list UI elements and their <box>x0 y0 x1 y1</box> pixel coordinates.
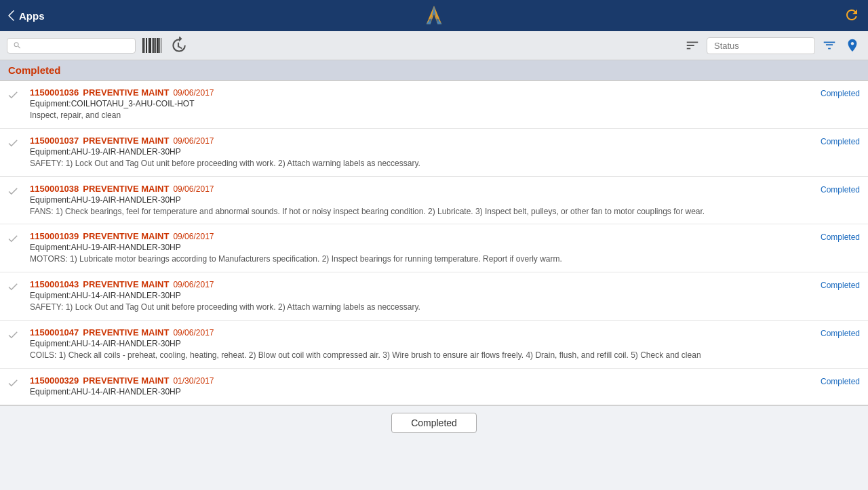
svg-rect-9 <box>152 38 153 53</box>
wo-description: FANS: 1) Check bearings, feel for temper… <box>30 206 814 218</box>
svg-marker-3 <box>429 19 440 22</box>
location-button[interactable] <box>844 37 861 54</box>
wo-title-line: 1150001036 PREVENTIVE MAINT 09/06/2017 <box>30 87 814 98</box>
work-order-item[interactable]: 1150001039 PREVENTIVE MAINT 09/06/2017 E… <box>0 224 868 272</box>
svg-rect-7 <box>148 38 149 53</box>
completed-button-label: Completed <box>411 417 457 428</box>
check-col <box>7 89 23 103</box>
app-logo <box>420 5 448 27</box>
wo-equipment: Equipment:AHU-19-AIR-HANDLER-30HP <box>30 195 814 205</box>
wo-content: 1150000329 PREVENTIVE MAINT 01/30/2017 E… <box>30 375 814 398</box>
wo-title-line: 1150000329 PREVENTIVE MAINT 01/30/2017 <box>30 375 814 386</box>
svg-rect-4 <box>142 38 144 53</box>
work-order-item[interactable]: 1150000329 PREVENTIVE MAINT 01/30/2017 E… <box>0 369 868 405</box>
app-header: Apps <box>0 0 868 31</box>
search-input[interactable] <box>22 41 130 51</box>
check-icon <box>7 89 19 101</box>
wo-status: Completed <box>821 232 860 242</box>
search-box[interactable] <box>7 38 136 54</box>
history-icon <box>170 37 187 54</box>
sort-icon <box>685 38 700 53</box>
refresh-button[interactable] <box>844 7 860 25</box>
check-col <box>7 137 23 151</box>
wo-date: 01/30/2017 <box>173 376 214 386</box>
toolbar: Status <box>0 31 868 60</box>
check-icon <box>7 232 19 245</box>
sort-button[interactable] <box>684 37 701 54</box>
wo-content: 1150001047 PREVENTIVE MAINT 09/06/2017 E… <box>30 327 814 361</box>
wo-status: Completed <box>821 329 860 338</box>
work-order-item[interactable]: 1150001036 PREVENTIVE MAINT 09/06/2017 E… <box>0 81 868 129</box>
svg-rect-13 <box>159 38 160 53</box>
wo-content: 1150001043 PREVENTIVE MAINT 09/06/2017 E… <box>30 279 814 313</box>
location-icon <box>845 38 860 53</box>
section-title: Completed <box>8 64 61 76</box>
wo-title-line: 1150001047 PREVENTIVE MAINT 09/06/2017 <box>30 327 814 338</box>
wo-type: PREVENTIVE MAINT <box>83 87 169 98</box>
wo-equipment: Equipment:AHU-14-AIR-HANDLER-30HP <box>30 387 814 396</box>
wo-type: PREVENTIVE MAINT <box>83 184 169 194</box>
wo-content: 1150001039 PREVENTIVE MAINT 09/06/2017 E… <box>30 231 814 265</box>
wo-status: Completed <box>821 377 860 386</box>
toolbar-right: Status <box>684 37 861 54</box>
wo-date: 09/06/2017 <box>173 232 214 241</box>
back-button[interactable]: Apps <box>8 10 45 22</box>
wo-equipment: Equipment:COILHOTAHU_3-AHU-COIL-HOT <box>30 99 814 108</box>
wo-number: 1150001038 <box>30 184 79 194</box>
refresh-icon <box>844 7 860 23</box>
wo-title-line: 1150001043 PREVENTIVE MAINT 09/06/2017 <box>30 279 814 289</box>
wo-equipment: Equipment:AHU-14-AIR-HANDLER-30HP <box>30 291 814 300</box>
wo-content: 1150001036 PREVENTIVE MAINT 09/06/2017 E… <box>30 87 814 121</box>
wo-description: COILS: 1) Check all coils - preheat, coo… <box>30 350 814 361</box>
check-col <box>7 329 23 343</box>
check-col <box>7 281 23 295</box>
svg-rect-8 <box>149 38 151 53</box>
work-order-item[interactable]: 1150001047 PREVENTIVE MAINT 09/06/2017 E… <box>0 321 868 369</box>
check-icon <box>7 137 19 149</box>
wo-type: PREVENTIVE MAINT <box>83 279 169 289</box>
wo-description: MOTORS: 1) Lubricate motor bearings acco… <box>30 253 814 265</box>
barcode-button[interactable] <box>141 37 163 54</box>
svg-rect-10 <box>153 38 155 53</box>
bottom-bar: Completed <box>0 405 868 440</box>
logo-icon <box>420 5 448 25</box>
check-icon <box>7 185 19 197</box>
wo-number: 1150001047 <box>30 327 79 338</box>
back-arrow-icon <box>8 10 15 21</box>
status-filter[interactable]: Status <box>707 37 815 54</box>
check-icon <box>7 329 19 341</box>
filter-icon <box>822 38 837 53</box>
wo-type: PREVENTIVE MAINT <box>83 327 169 338</box>
svg-rect-14 <box>161 38 161 53</box>
search-icon <box>13 41 22 50</box>
wo-status: Completed <box>821 281 860 290</box>
apps-label: Apps <box>19 10 45 22</box>
status-placeholder: Status <box>714 41 739 51</box>
svg-rect-12 <box>157 38 159 53</box>
wo-description: Inspect, repair, and clean <box>30 110 814 121</box>
completed-button[interactable]: Completed <box>391 413 477 433</box>
wo-date: 09/06/2017 <box>173 328 214 338</box>
section-header: Completed <box>0 60 868 81</box>
barcode-icon <box>142 38 161 53</box>
check-icon <box>7 377 19 389</box>
wo-type: PREVENTIVE MAINT <box>83 231 169 241</box>
wo-number: 1150001043 <box>30 279 79 289</box>
wo-date: 09/06/2017 <box>173 136 214 146</box>
filter-button[interactable] <box>821 37 838 54</box>
wo-type: PREVENTIVE MAINT <box>83 136 169 146</box>
work-order-item[interactable]: 1150001037 PREVENTIVE MAINT 09/06/2017 E… <box>0 129 868 177</box>
wo-content: 1150001038 PREVENTIVE MAINT 09/06/2017 E… <box>30 184 814 218</box>
wo-status: Completed <box>821 137 860 146</box>
svg-rect-11 <box>155 38 156 53</box>
check-col <box>7 377 23 391</box>
wo-equipment: Equipment:AHU-19-AIR-HANDLER-30HP <box>30 243 814 252</box>
work-order-item[interactable]: 1150001043 PREVENTIVE MAINT 09/06/2017 E… <box>0 272 868 321</box>
wo-status: Completed <box>821 89 860 98</box>
svg-marker-0 <box>8 10 14 21</box>
wo-equipment: Equipment:AHU-19-AIR-HANDLER-30HP <box>30 147 814 157</box>
work-order-item[interactable]: 1150001038 PREVENTIVE MAINT 09/06/2017 E… <box>0 177 868 225</box>
check-icon <box>7 281 19 293</box>
wo-equipment: Equipment:AHU-14-AIR-HANDLER-30HP <box>30 339 814 348</box>
history-button[interactable] <box>168 35 189 56</box>
